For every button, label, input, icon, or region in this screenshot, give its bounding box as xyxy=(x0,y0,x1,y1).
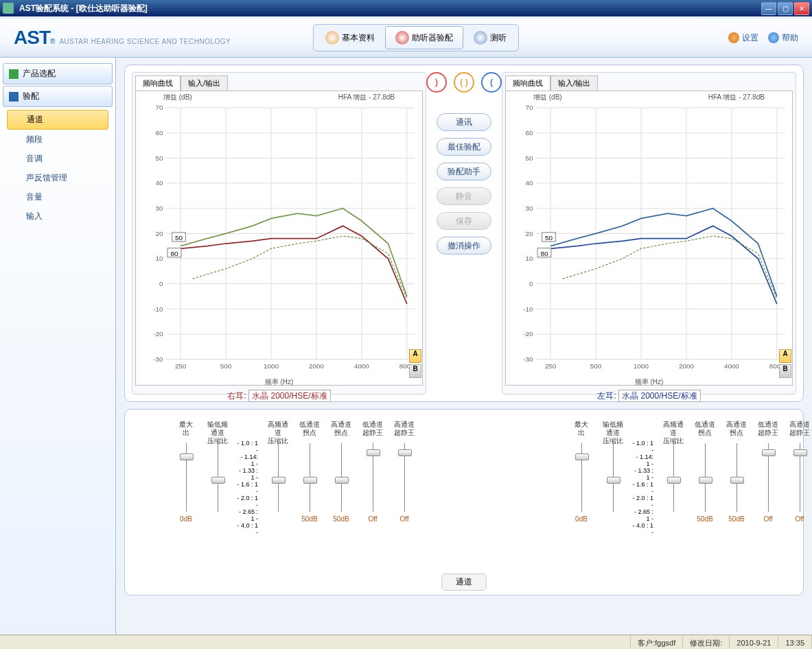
svg-text:70: 70 xyxy=(156,104,163,111)
action-button-2[interactable]: 验配助手 xyxy=(437,163,491,180)
slider-thumb[interactable] xyxy=(575,453,589,460)
slider-track[interactable] xyxy=(800,443,800,512)
svg-text:10: 10 xyxy=(156,255,163,262)
main-tab-0[interactable]: 基本资料 xyxy=(315,26,385,49)
slider-thumb[interactable] xyxy=(730,477,744,484)
slider-track[interactable] xyxy=(404,443,405,512)
statusbar: 客户:fggsdf 修改日期: 2010-9-21 13:35 xyxy=(0,635,812,649)
slider-thumb[interactable] xyxy=(398,449,412,456)
slider-5: 高通道拐点50dB xyxy=(328,421,354,525)
sidebar-item-4[interactable]: 音量 xyxy=(7,188,108,206)
help-icon xyxy=(768,32,779,43)
sidebar-cat-product[interactable]: 产品选配 xyxy=(3,63,113,84)
action-button-5[interactable]: 撤消操作 xyxy=(437,237,491,255)
slider-3: 高频通道压缩比 xyxy=(660,421,686,525)
sliders-panel: 最大出0dB输低频通道压缩比- 1.0 : 1 -- 1.14: 1 -- 1.… xyxy=(124,409,804,595)
action-button-1[interactable]: 最佳验配 xyxy=(437,138,491,156)
slider-track[interactable] xyxy=(373,443,373,512)
slider-thumb[interactable] xyxy=(180,453,194,460)
memory-b-button[interactable]: B xyxy=(409,364,421,378)
status-date: 修改日期: xyxy=(683,635,730,649)
slider-track[interactable] xyxy=(613,443,614,512)
slider-track[interactable] xyxy=(705,443,706,512)
settings-link[interactable]: 设置 xyxy=(728,32,758,44)
sidebar-cat-fitting[interactable]: 验配 xyxy=(3,86,113,107)
sidebar-item-2[interactable]: 音调 xyxy=(7,150,108,168)
svg-text:500: 500 xyxy=(590,362,602,370)
svg-text:30: 30 xyxy=(526,204,533,212)
svg-text:40: 40 xyxy=(156,179,163,187)
panel-bottom-label: 通道 xyxy=(441,574,487,591)
close-button[interactable]: ✕ xyxy=(794,2,809,15)
svg-text:40: 40 xyxy=(526,179,533,187)
maximize-button[interactable]: ▢ xyxy=(778,2,793,15)
main-tabs: 基本资料助听器验配测听 xyxy=(313,24,519,51)
tab-io[interactable]: 输入/输出 xyxy=(550,75,598,91)
sidebar-item-5[interactable]: 输入 xyxy=(7,207,108,226)
sliders-left-ear: 最大出0dB输低频通道压缩比- 1.0 : 1 -- 1.14: 1 -- 1.… xyxy=(568,421,812,525)
product-icon xyxy=(9,69,19,79)
action-button-3[interactable]: 静音 xyxy=(437,187,491,205)
slider-track[interactable] xyxy=(278,443,279,512)
action-button-0[interactable]: 通讯 xyxy=(437,113,491,131)
slider-thumb[interactable] xyxy=(607,477,620,484)
left-ear-icon[interactable]: ( xyxy=(481,72,502,93)
svg-text:50: 50 xyxy=(156,154,163,162)
gear-icon xyxy=(728,32,739,43)
slider-thumb[interactable] xyxy=(367,449,380,456)
help-link[interactable]: 帮助 xyxy=(768,32,798,44)
slider-1: 输低频通道压缩比 xyxy=(600,421,626,525)
sidebar-item-3[interactable]: 声反馈管理 xyxy=(7,169,108,187)
slider-track[interactable] xyxy=(581,443,582,512)
status-date-value: 2010-9-21 xyxy=(730,635,778,649)
slider-thumb[interactable] xyxy=(793,449,807,456)
memory-b-button[interactable]: B xyxy=(779,364,791,378)
slider-thumb[interactable] xyxy=(667,477,681,484)
right-ear-label: 右耳: 水晶 2000/HSE/标准 xyxy=(132,388,426,404)
main-tab-2[interactable]: 测听 xyxy=(463,26,517,49)
tab-icon xyxy=(395,31,409,45)
slider-track[interactable] xyxy=(310,443,310,512)
memory-a-button[interactable]: A xyxy=(779,349,791,363)
slider-thumb[interactable] xyxy=(272,477,286,484)
right-ear-icon[interactable]: ) xyxy=(426,72,447,93)
svg-text:-10: -10 xyxy=(523,305,533,313)
svg-text:2000: 2000 xyxy=(309,362,324,370)
slider-thumb[interactable] xyxy=(303,477,317,484)
app-header: AST ® AUSTAR HEARING SCIENCE AND TECHNOL… xyxy=(0,19,812,58)
y-axis-title: 增益 (dB) xyxy=(163,93,192,102)
tab-io[interactable]: 输入/输出 xyxy=(181,75,228,91)
slider-track[interactable] xyxy=(768,443,769,512)
chart-plot-left: -30-20-100102030405060702505001000200040… xyxy=(506,102,792,375)
slider-track[interactable] xyxy=(341,443,342,512)
svg-text:30: 30 xyxy=(156,204,163,212)
svg-text:20: 20 xyxy=(526,230,533,237)
svg-text:4000: 4000 xyxy=(724,362,739,370)
slider-track[interactable] xyxy=(218,443,218,512)
slider-6: 低通道超静王Off xyxy=(360,421,386,525)
slider-thumb[interactable] xyxy=(211,477,225,484)
slider-7: 高通道超静王Off xyxy=(787,421,812,525)
slider-0: 最大出0dB xyxy=(568,421,594,525)
slider-thumb[interactable] xyxy=(699,477,712,484)
svg-text:250: 250 xyxy=(175,362,187,370)
slider-track[interactable] xyxy=(736,443,737,512)
svg-text:0: 0 xyxy=(529,280,533,287)
window-title: AST验配系统 - [欧仕达助听器验配] xyxy=(16,3,761,14)
slider-track[interactable] xyxy=(673,443,674,512)
sidebar-item-0[interactable]: 通道 xyxy=(7,110,108,130)
minimize-button[interactable]: — xyxy=(761,2,776,15)
slider-thumb[interactable] xyxy=(762,449,776,456)
tab-response-curve[interactable]: 频响曲线 xyxy=(505,75,550,91)
action-button-4[interactable]: 保存 xyxy=(437,212,491,230)
svg-text:-20: -20 xyxy=(153,330,163,338)
memory-a-button[interactable]: A xyxy=(409,349,421,363)
slider-track[interactable] xyxy=(186,443,187,512)
both-ears-icon[interactable]: ( ) xyxy=(454,72,474,93)
main-tab-1[interactable]: 助听器验配 xyxy=(385,26,463,49)
svg-text:250: 250 xyxy=(545,362,557,370)
tab-response-curve[interactable]: 频响曲线 xyxy=(135,75,181,91)
sidebar-item-1[interactable]: 频段 xyxy=(7,130,108,149)
slider-thumb[interactable] xyxy=(335,477,349,484)
svg-text:1000: 1000 xyxy=(634,362,649,370)
